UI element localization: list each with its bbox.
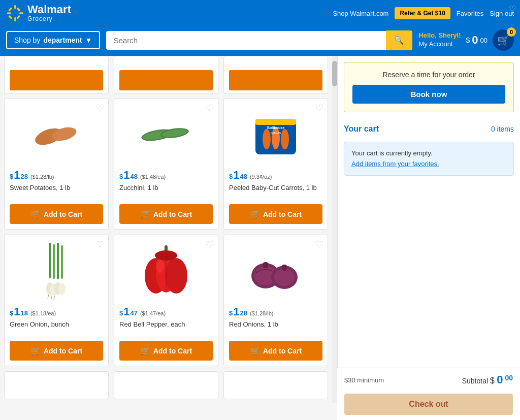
add-to-cart-label-6: Add to Cart [263, 347, 302, 355]
product-name-red-onion: Red Onions, 1 lb [229, 320, 322, 337]
cart-favorites-link[interactable]: Add items from your favorites. [351, 160, 439, 168]
price-area-carrots: $ 1 48 (9.3¢/oz) [229, 169, 322, 182]
cart-icon-btn-5: 🛒 [140, 346, 150, 356]
stub-bar-1 [10, 70, 103, 90]
carrots-svg: Bolthouse FARMS [250, 109, 301, 159]
bottom-stub-card-1: ♡ [4, 371, 109, 399]
cart-icon-btn-6: 🛒 [250, 346, 260, 356]
cart-section-header: Your cart 0 items [344, 120, 514, 138]
price-area-green-onion: $ 1 18 ($1.18/ea) [10, 305, 103, 318]
search-container: 🔍 [106, 30, 412, 50]
add-to-cart-label-3: Add to Cart [263, 210, 302, 218]
user-area: Hello, Sheryl! My Account $ 0 00 🛒 0 [418, 29, 514, 51]
cart-badge: 0 [507, 27, 516, 37]
cart-icon: 🛒 [497, 34, 510, 46]
svg-rect-24 [57, 243, 59, 279]
svg-rect-3 [7, 12, 11, 14]
cart-total-area: $ 0 00 [466, 34, 488, 47]
top-links: Shop Walmart.com Refer & Get $10 Favorit… [333, 7, 514, 19]
product-grid: ♡ $ 1 28 ($1.28/lb) Sweet Potatoes, 1 [4, 94, 328, 366]
red-pepper-svg [141, 243, 191, 299]
add-to-cart-red-pepper[interactable]: 🛒 Add to Cart [119, 341, 213, 361]
svg-point-29 [58, 283, 66, 295]
items-count: 0 items [491, 125, 514, 133]
reserve-title: Reserve a time for your order [352, 71, 505, 79]
zucchini-svg [138, 114, 194, 154]
shop-walmart-link[interactable]: Shop Walmart.com [333, 10, 388, 17]
product-card-red-onion: ♡ [223, 235, 328, 366]
svg-rect-16 [255, 119, 296, 125]
add-to-cart-zucchini[interactable]: 🛒 Add to Cart [119, 204, 213, 224]
cart-empty-box: Your cart is currently empty. Add items … [344, 142, 514, 176]
grocery-logo-text: Grocery [27, 15, 71, 22]
add-to-cart-sweet-potatoes[interactable]: 🛒 Add to Cart [10, 204, 103, 224]
favorite-icon-carrots[interactable]: ♡ [315, 103, 323, 114]
product-name-sweet-potatoes: Sweet Potatoes, 1 lb [10, 184, 103, 200]
checkout-button[interactable]: Check out [344, 394, 513, 403]
stub-bar-3 [229, 70, 322, 90]
product-name-green-onion: Green Onion, bunch [10, 320, 103, 337]
sidebar: Reserve a time for your order Book now Y… [337, 56, 520, 403]
product-card-sweet-potatoes: ♡ $ 1 28 ($1.28/lb) Sweet Potatoes, 1 [4, 98, 109, 230]
price-area-zucchini: $ 1 48 ($1.48/ea) [119, 169, 213, 182]
cart-icon-circle[interactable]: 🛒 0 [493, 29, 514, 51]
my-account-label[interactable]: My Account [418, 40, 461, 49]
product-card-zucchini: ♡ $ 1 48 ($1.48/ea) [114, 98, 218, 230]
logo-area: Walmart Grocery [6, 4, 71, 22]
product-name-red-pepper: Red Bell Pepper, each [119, 320, 213, 337]
svg-rect-22 [49, 243, 51, 278]
your-cart-label: Your cart [344, 124, 379, 134]
sweet-potato-svg [31, 114, 82, 154]
svg-rect-23 [53, 244, 55, 279]
stub-card-1 [4, 56, 109, 94]
svg-point-36 [165, 258, 187, 294]
cart-superscript: 00 [480, 37, 488, 44]
svg-line-32 [54, 296, 55, 300]
product-name-zucchini: Zucchini, 1 lb [119, 184, 213, 200]
product-card-carrots: ♡ Bolthouse FARMS [223, 98, 328, 230]
walmart-spark-icon [6, 4, 24, 22]
add-to-cart-carrots[interactable]: 🛒 Add to Cart [229, 204, 322, 224]
book-now-button[interactable]: Book now [352, 85, 505, 104]
favorite-icon-green-onion[interactable]: ♡ [96, 239, 104, 250]
chevron-down-icon: ▼ [85, 36, 92, 44]
refer-button[interactable]: Refer & Get $10 [395, 7, 450, 19]
shop-by-department-button[interactable]: Shop by department ▼ [6, 31, 100, 49]
header-top: Walmart Grocery Shop Walmart.com Refer &… [0, 0, 520, 26]
subtotal-label: Subtotal [462, 377, 488, 385]
red-onion-svg [248, 248, 304, 294]
product-card-red-pepper: ♡ [114, 235, 218, 366]
svg-line-30 [48, 295, 49, 299]
dept-label-bold: department [43, 36, 82, 44]
favorite-icon-red-pepper[interactable]: ♡ [206, 239, 214, 250]
search-input[interactable] [106, 31, 386, 50]
add-to-cart-green-onion[interactable]: 🛒 Add to Cart [10, 341, 103, 361]
svg-rect-4 [19, 12, 23, 14]
cart-icon-btn: 🛒 [30, 209, 41, 219]
favorite-icon-sweet-potatoes[interactable]: ♡ [96, 103, 104, 114]
bottom-stubs-row: ♡ [4, 371, 328, 399]
svg-line-31 [51, 295, 52, 299]
search-button[interactable]: 🔍 [386, 30, 412, 50]
svg-text:Bolthouse: Bolthouse [267, 126, 284, 130]
svg-rect-2 [14, 17, 16, 21]
favorite-icon-zucchini[interactable]: ♡ [206, 103, 214, 114]
main-layout: ♡ $ 1 28 ($1.28/lb) Sweet Potatoes, 1 [0, 56, 520, 403]
navbar: Shop by department ▼ 🔍 Hello, Sheryl! My… [0, 26, 520, 56]
cart-dollar-sign: $ [466, 36, 470, 44]
scrollbar[interactable] [332, 56, 337, 403]
cart-bottom-bar: $30 minimum Subtotal $ 0 00 Check out [337, 368, 520, 403]
product-image-red-pepper [119, 240, 213, 301]
cart-dollars: 0 [472, 34, 478, 47]
stub-bar-2 [119, 70, 213, 90]
reserve-box: Reserve a time for your order Book now [344, 62, 514, 112]
product-image-carrots: Bolthouse FARMS [229, 104, 322, 165]
price-area-red-onion: $ 1 28 ($1.28/lb) [229, 305, 322, 318]
hello-name: Hello, Sheryl! [418, 31, 461, 40]
add-to-cart-red-onion[interactable]: 🛒 Add to Cart [229, 341, 322, 361]
scrollbar-thumb[interactable] [332, 61, 337, 86]
favorites-link[interactable]: Favorites [457, 10, 483, 17]
bottom-stub-card-2 [114, 371, 218, 399]
favorite-icon-red-onion[interactable]: ♡ [315, 239, 323, 250]
product-image-red-onion [229, 240, 322, 301]
